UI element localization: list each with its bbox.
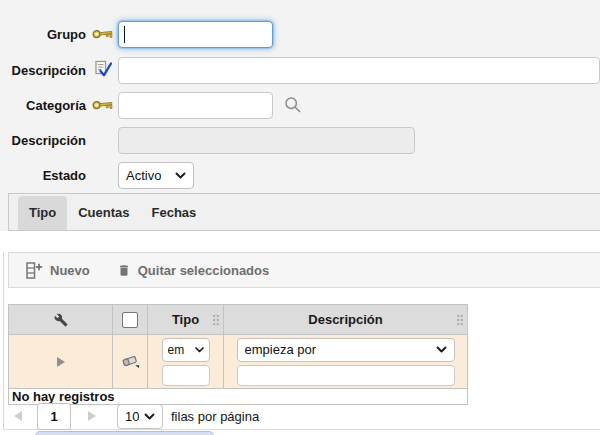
descripcion-operator-value: empieza por	[245, 342, 317, 357]
filter-run-cell	[9, 335, 113, 388]
pagination-bar: 1 10 filas por página	[8, 402, 468, 430]
tab-cuentas[interactable]: Cuentas	[67, 196, 140, 230]
categoria-input[interactable]	[118, 92, 273, 119]
descripcion2-label: Descripción	[0, 133, 86, 148]
drag-dots-icon[interactable]	[212, 313, 220, 326]
grupo-label: Grupo	[0, 27, 86, 42]
tab-bar: Tipo Cuentas Fechas	[8, 193, 600, 231]
text-caret	[124, 26, 125, 43]
rows-per-page-label: filas por página	[171, 409, 259, 424]
descripcion-operator-select[interactable]: empieza por	[237, 338, 455, 362]
descripcion-readonly-input	[118, 127, 415, 154]
filter-tipo-cell: em	[148, 335, 224, 388]
wrench-icon	[54, 313, 68, 327]
drag-dots-icon[interactable]	[456, 313, 464, 326]
header-tipo-column[interactable]: Tipo	[148, 305, 224, 334]
key-icon	[92, 98, 113, 111]
eraser-icon[interactable]	[121, 354, 140, 369]
categoria-label: Categoría	[0, 98, 86, 113]
page-size-select[interactable]: 10	[117, 404, 163, 429]
records-grid: Tipo Descripción	[8, 304, 468, 405]
header-tools-column	[9, 305, 113, 334]
new-button-label: Nuevo	[50, 263, 90, 278]
chevron-down-icon	[436, 346, 447, 353]
partial-bottom-element	[35, 431, 214, 435]
descripcion-filter-input[interactable]	[237, 365, 455, 386]
tab-tipo[interactable]: Tipo	[18, 196, 67, 230]
new-button[interactable]: Nuevo	[26, 262, 90, 279]
play-icon[interactable]	[57, 357, 65, 367]
chevron-down-icon	[144, 413, 155, 420]
grupo-input[interactable]	[118, 21, 273, 48]
search-icon[interactable]	[283, 95, 303, 115]
descripcion-input[interactable]	[118, 57, 600, 84]
page-size-value: 10	[125, 409, 139, 424]
filter-descripcion-cell: empieza por	[224, 335, 467, 388]
estado-label: Estado	[0, 168, 86, 183]
previous-page-icon[interactable]	[14, 411, 22, 421]
trash-icon	[117, 263, 131, 278]
tipo-operator-select[interactable]: em	[162, 338, 210, 362]
header-select-column	[113, 305, 148, 334]
remove-selected-button[interactable]: Quitar seleccionados	[117, 263, 270, 278]
spellcheck-icon	[95, 60, 112, 77]
next-page-icon[interactable]	[88, 411, 96, 421]
estado-select[interactable]: Activo	[118, 162, 194, 189]
key-icon	[92, 27, 113, 40]
tipo-column-label: Tipo	[172, 312, 199, 327]
tipo-filter-input[interactable]	[162, 365, 210, 386]
chevron-down-icon	[195, 347, 204, 353]
tab-fechas[interactable]: Fechas	[141, 196, 208, 230]
estado-select-value: Activo	[126, 168, 161, 183]
tipo-operator-value: em	[168, 343, 185, 357]
grid-toolbar: Nuevo Quitar seleccionados	[8, 252, 600, 288]
chevron-down-icon	[175, 172, 186, 179]
header-descripcion-column[interactable]: Descripción	[224, 305, 467, 334]
remove-selected-label: Quitar seleccionados	[138, 263, 270, 278]
grid-header-row: Tipo Descripción	[9, 305, 467, 335]
filter-clear-cell	[113, 335, 148, 388]
descripcion-column-label: Descripción	[308, 312, 382, 327]
panel-border	[3, 252, 4, 429]
descripcion-label: Descripción	[0, 63, 86, 78]
current-page-box[interactable]: 1	[37, 403, 71, 430]
select-all-checkbox[interactable]	[122, 312, 138, 328]
add-column-icon	[26, 262, 43, 279]
grid-filter-row: em empieza por	[9, 335, 467, 389]
screen: Grupo Descripción Categoría	[0, 0, 600, 435]
